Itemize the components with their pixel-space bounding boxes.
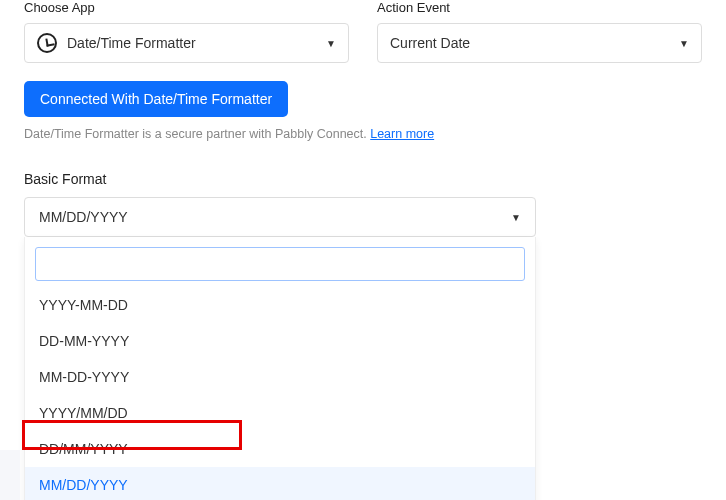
helper-text: Date/Time Formatter is a secure partner … xyxy=(24,127,702,141)
chevron-down-icon: ▼ xyxy=(679,38,689,49)
clock-icon xyxy=(37,33,57,53)
format-option[interactable]: MM/DD/YYYY xyxy=(25,467,535,500)
basic-format-value: MM/DD/YYYY xyxy=(39,209,128,225)
action-event-label: Action Event xyxy=(377,0,702,15)
choose-app-label: Choose App xyxy=(24,0,349,15)
basic-format-dropdown: YYYY-MM-DDDD-MM-YYYYMM-DD-YYYYYYYY/MM/DD… xyxy=(24,237,536,500)
format-option[interactable]: YYYY/MM/DD xyxy=(25,395,535,431)
choose-app-value: Date/Time Formatter xyxy=(67,35,196,51)
basic-format-label: Basic Format xyxy=(24,171,702,187)
format-option[interactable]: YYYY-MM-DD xyxy=(25,287,535,323)
format-option[interactable]: MM-DD-YYYY xyxy=(25,359,535,395)
helper-text-prefix: Date/Time Formatter is a secure partner … xyxy=(24,127,370,141)
basic-format-select[interactable]: MM/DD/YYYY ▼ xyxy=(24,197,536,237)
learn-more-link[interactable]: Learn more xyxy=(370,127,434,141)
format-option[interactable]: DD/MM/YYYY xyxy=(25,431,535,467)
action-event-value: Current Date xyxy=(390,35,470,51)
page-edge xyxy=(0,450,20,500)
choose-app-select[interactable]: Date/Time Formatter ▼ xyxy=(24,23,349,63)
connected-button[interactable]: Connected With Date/Time Formatter xyxy=(24,81,288,117)
chevron-down-icon: ▼ xyxy=(326,38,336,49)
format-option[interactable]: DD-MM-YYYY xyxy=(25,323,535,359)
dropdown-search-input[interactable] xyxy=(35,247,525,281)
chevron-down-icon: ▼ xyxy=(511,212,521,223)
action-event-select[interactable]: Current Date ▼ xyxy=(377,23,702,63)
